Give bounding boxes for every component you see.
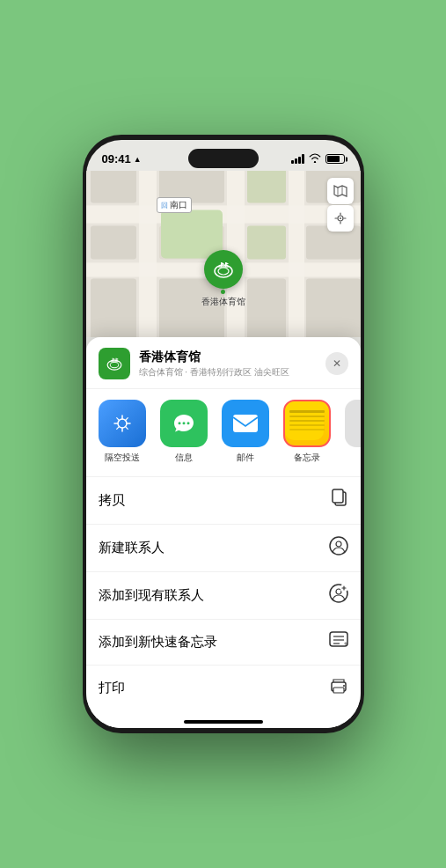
share-item-notes[interactable]: 备忘录	[283, 400, 331, 464]
action-list: 拷贝 新建联系人	[86, 477, 361, 710]
action-label-copy: 拷贝	[99, 492, 125, 509]
pin-label: 香港体育馆	[201, 296, 245, 308]
phone-screen: 09:41 ▲	[86, 140, 361, 728]
action-label-add-contact: 添加到现有联系人	[99, 587, 204, 604]
print-icon	[329, 677, 348, 699]
quick-note-icon	[329, 631, 348, 653]
svg-rect-25	[225, 262, 226, 267]
svg-point-22	[218, 268, 229, 275]
share-item-airdrop[interactable]: 隔空投送	[99, 400, 146, 464]
time-display: 09:41	[102, 152, 131, 166]
svg-point-36	[178, 422, 180, 424]
close-button[interactable]: ✕	[325, 352, 348, 375]
location-card-icon	[99, 348, 130, 379]
action-row-print[interactable]: 打印	[86, 666, 361, 710]
svg-rect-17	[306, 279, 361, 338]
svg-rect-32	[115, 358, 116, 362]
pin-dot	[221, 290, 225, 294]
share-item-more[interactable]: 提	[345, 400, 361, 464]
battery-icon	[325, 154, 345, 164]
action-row-add-contact[interactable]: 添加到现有联系人	[86, 572, 361, 620]
svg-rect-1	[86, 206, 361, 224]
svg-rect-31	[112, 358, 113, 362]
stadium-pin: 香港体育馆	[201, 250, 245, 308]
svg-point-29	[110, 362, 118, 367]
svg-rect-14	[91, 279, 136, 338]
signal-bars	[291, 154, 304, 164]
map-area: 回 南口	[86, 171, 361, 337]
pin-circle	[204, 250, 243, 289]
svg-marker-27	[226, 262, 229, 265]
new-contact-icon	[329, 536, 348, 560]
phone-frame: 09:41 ▲	[83, 135, 364, 733]
svg-rect-3	[139, 171, 157, 337]
status-icons	[291, 153, 345, 165]
svg-point-54	[343, 685, 345, 687]
svg-rect-39	[233, 415, 258, 432]
location-description: 综合体育馆 · 香港特别行政区 油尖旺区	[139, 366, 325, 379]
svg-point-38	[186, 422, 189, 424]
close-icon: ✕	[333, 357, 341, 370]
home-bar	[184, 720, 263, 724]
share-row: 隔空投送 信息	[86, 389, 361, 477]
nankou-text: 南口	[170, 199, 187, 211]
location-button[interactable]	[327, 205, 354, 232]
add-contact-icon	[329, 584, 348, 607]
svg-rect-5	[289, 171, 304, 337]
status-time: 09:41 ▲	[102, 152, 142, 166]
svg-point-37	[182, 422, 185, 424]
action-label-new-contact: 新建联系人	[99, 540, 165, 556]
airdrop-label: 隔空投送	[105, 452, 140, 464]
bottom-sheet: 香港体育馆 综合体育馆 · 香港特别行政区 油尖旺区 ✕	[86, 337, 361, 728]
svg-rect-23	[218, 266, 229, 268]
share-item-mail[interactable]: 邮件	[222, 400, 269, 464]
svg-rect-24	[221, 262, 222, 267]
svg-rect-30	[110, 361, 118, 363]
action-row-quick-note[interactable]: 添加到新快速备忘录	[86, 620, 361, 666]
home-indicator	[86, 710, 361, 728]
action-row-copy[interactable]: 拷贝	[86, 477, 361, 525]
airdrop-icon	[99, 400, 146, 447]
messages-label: 信息	[175, 452, 193, 464]
notes-label: 备忘录	[294, 452, 320, 464]
svg-marker-34	[116, 358, 118, 360]
mail-icon	[222, 400, 269, 447]
notes-icon	[283, 400, 331, 447]
action-row-new-contact[interactable]: 新建联系人	[86, 525, 361, 572]
svg-rect-42	[333, 489, 343, 503]
wifi-icon	[309, 153, 321, 165]
location-card: 香港体育馆 综合体育馆 · 香港特别行政区 油尖旺区 ✕	[86, 337, 361, 389]
nankou-label: 回 南口	[157, 197, 192, 213]
svg-rect-10	[91, 226, 136, 260]
map-type-button[interactable]	[327, 178, 354, 204]
location-info: 香港体育馆 综合体育馆 · 香港特别行政区 油尖旺区	[139, 349, 325, 379]
svg-point-44	[336, 541, 341, 547]
mail-label: 邮件	[237, 452, 254, 464]
location-name: 香港体育馆	[139, 349, 325, 365]
copy-icon	[331, 489, 348, 512]
more-apps-icon	[345, 400, 361, 447]
svg-rect-6	[91, 171, 136, 203]
dynamic-island	[188, 149, 259, 168]
svg-rect-16	[247, 279, 286, 338]
messages-icon	[160, 400, 208, 447]
action-label-quick-note: 添加到新快速备忘录	[99, 634, 217, 651]
svg-rect-53	[333, 688, 344, 693]
action-label-print: 打印	[99, 680, 125, 696]
share-item-messages[interactable]: 信息	[160, 400, 208, 464]
map-controls[interactable]	[327, 178, 354, 232]
svg-point-20	[340, 217, 341, 219]
svg-rect-12	[247, 226, 286, 260]
location-arrow-icon: ▲	[134, 155, 142, 164]
svg-rect-8	[247, 171, 286, 203]
